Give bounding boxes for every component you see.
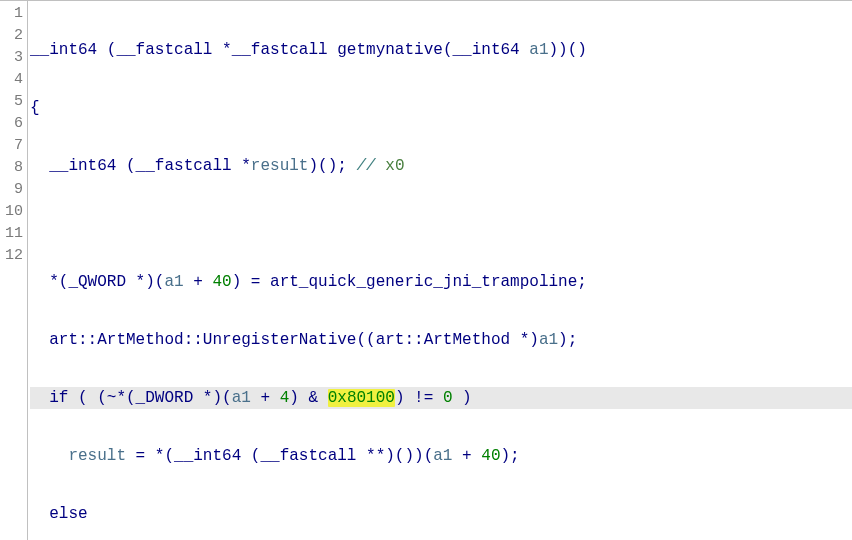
line-number[interactable]: 7 <box>0 135 27 157</box>
line-number[interactable]: 8 <box>0 157 27 179</box>
token-number: 4 <box>280 389 290 407</box>
token-paren: ) <box>453 389 472 407</box>
token-type: __int64 <box>30 41 107 59</box>
code-line[interactable]: { <box>30 97 852 119</box>
token-function: art::ArtMethod::UnregisterNative <box>49 331 356 349</box>
line-number[interactable]: 5 <box>0 91 27 113</box>
token-variable: a1 <box>164 273 183 291</box>
code-line[interactable] <box>30 213 852 235</box>
code-area[interactable]: __int64 (__fastcall *__fastcall getmynat… <box>28 1 852 540</box>
token-variable: a1 <box>232 389 251 407</box>
token-indent <box>30 447 68 465</box>
token-type: __int64 <box>452 41 529 59</box>
token-op: + <box>184 273 213 291</box>
token-op: ) & <box>289 389 327 407</box>
token-brace: { <box>30 99 40 117</box>
token-op: + <box>251 389 280 407</box>
token-variable: a1 <box>539 331 558 349</box>
code-line[interactable]: *(_QWORD *)(a1 + 40) = art_quick_generic… <box>30 271 852 293</box>
token-semi: ; <box>577 273 587 291</box>
token-paren: ))() <box>549 41 587 59</box>
line-number[interactable]: 6 <box>0 113 27 135</box>
line-number[interactable]: 11 <box>0 223 27 245</box>
token-semi: ); <box>500 447 519 465</box>
token-keyword: *(_QWORD *)( <box>30 273 164 291</box>
token-keyword: (__fastcall *__fastcall <box>107 41 337 59</box>
token-variable: a1 <box>433 447 452 465</box>
code-line[interactable]: __int64 (__fastcall *result)(); // x0 <box>30 155 852 177</box>
token-variable: a1 <box>529 41 548 59</box>
token-number: 40 <box>212 273 231 291</box>
line-number[interactable]: 12 <box>0 245 27 267</box>
token-op: ) != <box>395 389 443 407</box>
token-keyword: = *(__int64 (__fastcall **)())( <box>126 447 433 465</box>
code-line[interactable]: __int64 (__fastcall *__fastcall getmynat… <box>30 39 852 61</box>
token-keyword: else <box>30 505 88 523</box>
token-semi: ); <box>558 331 577 349</box>
code-line-current[interactable]: if ( (~*(_DWORD *)(a1 + 4) & 0x80100) !=… <box>30 387 852 409</box>
token-variable: result <box>68 447 126 465</box>
code-editor: 1 2 3 4 5 6 7 8 9 10 11 12 __int64 (__fa… <box>0 0 852 540</box>
token-number: 0 <box>443 389 453 407</box>
line-number[interactable]: 2 <box>0 25 27 47</box>
token-keyword: ((art::ArtMethod *) <box>356 331 538 349</box>
token-register: x0 <box>385 157 404 175</box>
token-number-highlighted: 0x80100 <box>328 389 395 407</box>
code-line[interactable]: else <box>30 503 852 525</box>
code-line[interactable]: art::ArtMethod::UnregisterNative((art::A… <box>30 329 852 351</box>
token-indent <box>30 331 49 349</box>
line-number[interactable]: 1 <box>0 3 27 25</box>
token-function: getmynative <box>337 41 443 59</box>
token-keyword: __int64 (__fastcall * <box>30 157 251 175</box>
token-paren: )(); <box>308 157 356 175</box>
line-number[interactable]: 10 <box>0 201 27 223</box>
token-op: ) = <box>232 273 270 291</box>
token-comment: // <box>356 157 385 175</box>
line-number[interactable]: 9 <box>0 179 27 201</box>
code-line[interactable]: result = *(__int64 (__fastcall **)())(a1… <box>30 445 852 467</box>
line-number[interactable]: 3 <box>0 47 27 69</box>
line-number[interactable]: 4 <box>0 69 27 91</box>
token-function: art_quick_generic_jni_trampoline <box>270 273 577 291</box>
token-variable: result <box>251 157 309 175</box>
token-keyword: if ( (~*(_DWORD *)( <box>30 389 232 407</box>
token-number: 40 <box>481 447 500 465</box>
line-number-gutter: 1 2 3 4 5 6 7 8 9 10 11 12 <box>0 1 28 540</box>
token-op: + <box>452 447 481 465</box>
